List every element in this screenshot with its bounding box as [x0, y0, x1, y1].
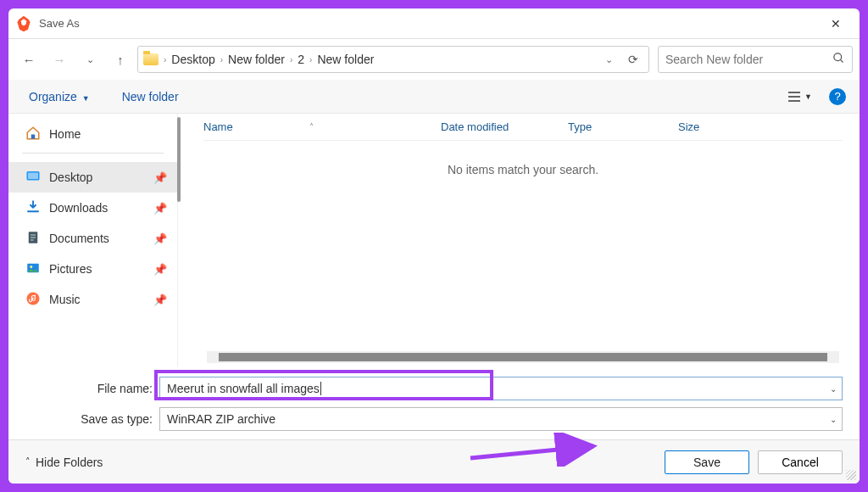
svg-rect-5 — [31, 134, 36, 138]
col-name[interactable]: Name˄ — [203, 120, 441, 133]
filename-label: File name: — [25, 382, 153, 395]
savetype-dropdown[interactable]: ⌄ — [830, 415, 837, 424]
sidebar-item-music[interactable]: Music 📌 — [8, 284, 177, 315]
col-size[interactable]: Size — [678, 120, 729, 133]
sidebar-label: Music — [49, 293, 81, 306]
nav-toolbar: ← → ⌄ ↑ › Desktop › New folder › 2 › New… — [8, 39, 860, 80]
pin-icon[interactable]: 📌 — [153, 294, 167, 306]
crumb-newfolder1[interactable]: New folder — [228, 53, 285, 66]
svg-point-0 — [834, 53, 842, 60]
chevron-right-icon: › — [164, 55, 166, 64]
pin-icon[interactable]: 📌 — [153, 263, 167, 276]
back-button[interactable]: ← — [15, 46, 42, 73]
pictures-icon — [25, 260, 41, 278]
col-date[interactable]: Date modified — [441, 120, 568, 133]
help-button[interactable]: ? — [829, 88, 846, 105]
nav-pane: Home Desktop 📌 Downloads 📌 Documents 📌 P… — [8, 114, 178, 366]
titlebar: Save As ✕ — [8, 8, 860, 39]
window-title: Save As — [39, 17, 80, 30]
file-list-area: Name˄ Date modified Type Size No items m… — [178, 114, 860, 366]
new-folder-button[interactable]: New folder — [115, 87, 186, 107]
cancel-button[interactable]: Cancel — [758, 450, 843, 474]
hide-folders-button[interactable]: ˄Hide Folders — [25, 456, 103, 469]
pin-icon[interactable]: 📌 — [153, 171, 167, 184]
dialog-body: Home Desktop 📌 Downloads 📌 Documents 📌 P… — [8, 114, 860, 366]
text-cursor — [320, 382, 321, 395]
sidebar-label: Pictures — [49, 262, 92, 276]
col-type[interactable]: Type — [568, 120, 678, 133]
savetype-row: Save as type: WinRAR ZIP archive ⌄ — [8, 404, 860, 434]
sort-asc-icon: ˄ — [309, 122, 314, 131]
filename-input[interactable]: Meerut in snowfall all images ⌄ — [159, 377, 843, 400]
svg-point-13 — [30, 266, 32, 268]
sidebar-item-home[interactable]: Home — [8, 119, 177, 149]
documents-icon — [25, 230, 41, 248]
savetype-select[interactable]: WinRAR ZIP archive ⌄ — [159, 407, 843, 431]
view-options-button[interactable]: ▼ — [782, 87, 817, 106]
home-icon — [25, 126, 41, 143]
save-button[interactable]: Save — [665, 450, 749, 474]
pin-icon[interactable]: 📌 — [153, 232, 167, 245]
downloads-icon — [25, 199, 41, 217]
refresh-button[interactable]: ⟳ — [623, 53, 643, 66]
brave-icon — [15, 15, 32, 32]
svg-line-1 — [840, 59, 843, 62]
crumb-desktop[interactable]: Desktop — [171, 53, 214, 66]
svg-rect-7 — [28, 172, 38, 179]
sidebar-item-documents[interactable]: Documents 📌 — [8, 223, 177, 254]
savetype-label: Save as type: — [25, 412, 153, 426]
up-button[interactable]: ↑ — [107, 46, 134, 73]
horizontal-scrollbar[interactable] — [207, 351, 839, 363]
pin-icon[interactable]: 📌 — [153, 202, 167, 215]
dialog-footer: ˄Hide Folders Save Cancel — [8, 439, 860, 484]
history-dropdown[interactable]: ⌄ — [76, 46, 103, 73]
chevron-right-icon: › — [290, 55, 292, 64]
folder-icon — [143, 53, 159, 65]
organize-button[interactable]: Organize ▼ — [22, 87, 97, 107]
save-as-dialog: Save As ✕ ← → ⌄ ↑ › Desktop › New folder… — [8, 8, 860, 484]
desktop-icon — [25, 169, 41, 187]
resize-grip[interactable] — [846, 470, 856, 480]
sidebar-separator — [22, 153, 164, 154]
filename-dropdown[interactable]: ⌄ — [830, 384, 837, 394]
chevron-right-icon: › — [309, 55, 312, 64]
sidebar-item-pictures[interactable]: Pictures 📌 — [8, 254, 177, 284]
command-bar: Organize ▼ New folder ▼ ? — [8, 80, 860, 114]
chevron-right-icon: › — [220, 55, 223, 64]
music-icon — [25, 291, 41, 309]
sidebar-label: Documents — [49, 232, 109, 245]
search-icon[interactable] — [832, 52, 845, 68]
sidebar-label: Desktop — [49, 171, 92, 184]
empty-message: No items match your search. — [203, 141, 843, 351]
filename-row: File name: Meerut in snowfall all images… — [8, 373, 860, 404]
close-button[interactable]: ✕ — [819, 17, 853, 31]
address-bar[interactable]: › Desktop › New folder › 2 › New folder … — [137, 46, 649, 73]
forward-button[interactable]: → — [46, 46, 73, 73]
search-input[interactable] — [665, 53, 832, 66]
column-headers: Name˄ Date modified Type Size — [203, 114, 843, 141]
sidebar-label: Home — [49, 127, 81, 141]
sidebar-label: Downloads — [49, 201, 108, 215]
sidebar-item-desktop[interactable]: Desktop 📌 — [8, 162, 177, 193]
crumb-newfolder2[interactable]: New folder — [317, 53, 374, 66]
address-dropdown[interactable]: ⌄ — [600, 54, 618, 65]
sidebar-item-downloads[interactable]: Downloads 📌 — [8, 193, 177, 223]
sidebar-scrollbar[interactable] — [177, 117, 181, 202]
search-box[interactable] — [658, 46, 853, 73]
crumb-2[interactable]: 2 — [298, 53, 304, 66]
